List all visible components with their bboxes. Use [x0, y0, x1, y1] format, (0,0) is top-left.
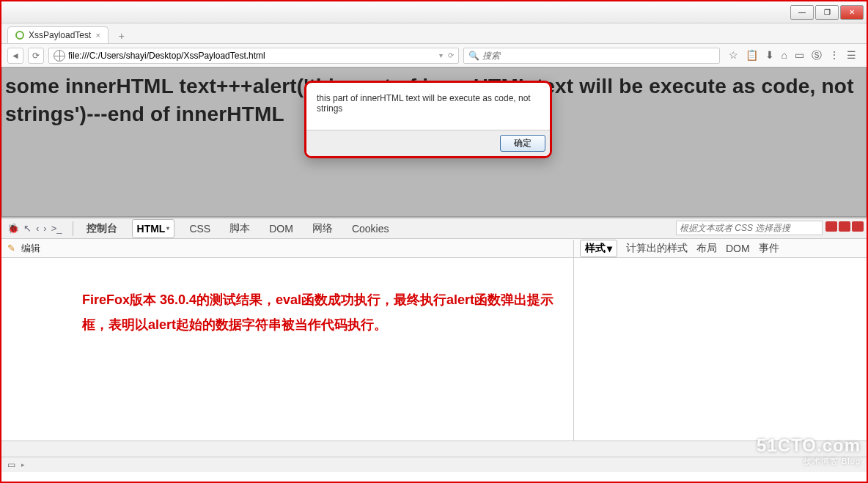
panel-events[interactable]: 事件 — [759, 242, 779, 255]
next-icon[interactable]: › — [43, 223, 46, 234]
devtools-minimize-icon[interactable] — [825, 221, 837, 232]
search-input[interactable] — [482, 51, 715, 61]
reload-button[interactable]: ⟳ — [28, 48, 44, 64]
panel-computed[interactable]: 计算出的样式 — [626, 242, 688, 255]
annotation-text: FireFox版本 36.0.4的测试结果，eval函数成功执行，最终执行ale… — [1, 258, 573, 440]
firebug-icon[interactable]: 🐞 — [7, 223, 19, 234]
menu-icon[interactable]: ☰ — [847, 49, 856, 62]
back-button[interactable]: ◄ — [7, 48, 23, 64]
downloads-icon[interactable]: ⬇ — [765, 49, 774, 62]
devtools-panel-tabs: 样式▾ 计算出的样式 布局 DOM 事件 — [573, 240, 867, 257]
sidebar-icon[interactable]: ▭ — [795, 49, 804, 62]
devtools-window-buttons — [825, 221, 864, 232]
toolbar: ◄ ⟳ ▾ ⟳ 🔍 ☆ 📋 ⬇ ⌂ ▭ Ⓢ ⋮ ☰ — [1, 44, 867, 67]
home-icon[interactable]: ⌂ — [781, 49, 787, 62]
devtools-body: FireFox版本 36.0.4的测试结果，eval函数成功执行，最终执行ale… — [1, 258, 867, 441]
status-expand-icon[interactable]: ▸ — [21, 461, 25, 468]
address-bar[interactable]: ▾ ⟳ — [48, 48, 459, 64]
panel-dom[interactable]: DOM — [726, 243, 750, 254]
devtools-tabs: 控制台 HTML▾ CSS 脚本 DOM 网络 Cookies — [78, 219, 394, 238]
url-dropdown-icon[interactable]: ▾ ⟳ — [439, 51, 454, 59]
new-tab-button[interactable]: + — [114, 29, 129, 43]
panel-layout[interactable]: 布局 — [696, 242, 717, 255]
devtools-search[interactable] — [676, 221, 823, 235]
bookmark-star-icon[interactable]: ☆ — [729, 49, 738, 62]
more-icon[interactable]: ⋮ — [829, 49, 839, 62]
tab-bar: XssPayloadTest × + — [1, 23, 867, 44]
tab-cookies[interactable]: Cookies — [347, 220, 394, 237]
url-input[interactable] — [68, 51, 436, 61]
devtools-close-icon[interactable] — [852, 221, 864, 232]
clipboard-icon[interactable]: 📋 — [746, 49, 758, 62]
tab-title: XssPayloadTest — [29, 30, 91, 40]
alert-dialog: this part of innerHTML text will be exec… — [304, 81, 552, 158]
status-box-icon[interactable]: ▭ — [7, 460, 15, 470]
console-toggle-icon[interactable]: >_ — [51, 223, 62, 234]
tab-script[interactable]: 脚本 — [225, 219, 254, 238]
alert-message: this part of innerHTML text will be exec… — [306, 83, 550, 130]
inspect-icon[interactable]: ↖ — [23, 223, 32, 234]
style-panel — [573, 258, 867, 440]
devtools-status-lower: ▭ ▸ — [1, 457, 867, 472]
window-titlebar: — ❐ ✕ — [1, 1, 867, 23]
browser-tab[interactable]: XssPayloadTest × — [7, 26, 108, 43]
globe-icon — [54, 50, 65, 62]
devtools: 🐞 ↖ ‹ › >_ 控制台 HTML▾ CSS 脚本 DOM 网络 Cooki… — [1, 217, 867, 472]
devtools-subtoolbar: ✎ 编辑 样式▾ 计算出的样式 布局 DOM 事件 — [1, 239, 867, 258]
devtools-status-upper — [1, 441, 867, 457]
edit-label[interactable]: 编辑 — [21, 242, 40, 255]
window-minimize-button[interactable]: — — [790, 5, 814, 20]
panel-style[interactable]: 样式▾ — [580, 240, 617, 257]
tab-css[interactable]: CSS — [185, 220, 215, 237]
favicon-icon — [15, 31, 24, 40]
tab-net[interactable]: 网络 — [308, 219, 337, 238]
devtools-toolbar: 🐞 ↖ ‹ › >_ 控制台 HTML▾ CSS 脚本 DOM 网络 Cooki… — [1, 218, 867, 239]
search-bar[interactable]: 🔍 — [463, 48, 720, 64]
tab-html[interactable]: HTML▾ — [132, 219, 175, 238]
search-icon: 🔍 — [468, 51, 479, 61]
tab-close-icon[interactable]: × — [95, 31, 100, 40]
window-close-button[interactable]: ✕ — [840, 5, 864, 20]
toolbar-icons: ☆ 📋 ⬇ ⌂ ▭ Ⓢ ⋮ ☰ — [724, 49, 861, 62]
edit-icon[interactable]: ✎ — [7, 243, 15, 254]
window-maximize-button[interactable]: ❐ — [815, 5, 839, 20]
devtools-popout-icon[interactable] — [839, 221, 850, 232]
addon-icon[interactable]: Ⓢ — [812, 49, 822, 62]
tab-console[interactable]: 控制台 — [82, 219, 122, 238]
alert-ok-button[interactable]: 确定 — [500, 135, 545, 152]
tab-dom[interactable]: DOM — [265, 220, 298, 237]
prev-icon[interactable]: ‹ — [36, 223, 39, 234]
devtools-search-input[interactable] — [677, 221, 822, 235]
